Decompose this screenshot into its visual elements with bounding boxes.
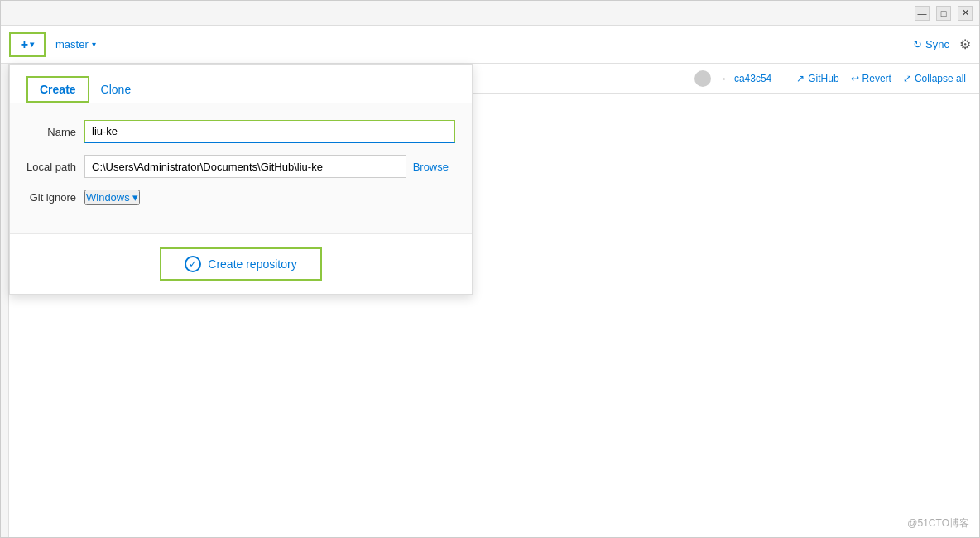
sync-button[interactable]: ↻ Sync [913, 38, 949, 50]
name-row: Name [26, 120, 455, 143]
name-label: Name [26, 126, 84, 138]
plus-icon: + [21, 37, 28, 52]
create-clone-panel: Create Clone Name Local path [9, 64, 473, 295]
github-link-icon: ↗ [796, 73, 805, 84]
minimize-button[interactable]: — [915, 6, 930, 21]
content-area: eplace master branch with page content v… [1, 64, 979, 537]
browse-button[interactable]: Browse [406, 161, 455, 173]
sync-icon: ↻ [913, 38, 922, 50]
name-input[interactable] [84, 120, 455, 143]
titlebar: — □ ✕ [1, 1, 979, 26]
toolbar-right: ↻ Sync ⚙ [913, 36, 971, 52]
commit-hash: ca43c54 [734, 73, 771, 84]
gitignore-chevron-icon: ▾ [132, 191, 138, 204]
collapse-icon: ⤢ [903, 73, 911, 84]
add-chevron-icon: ▾ [30, 40, 34, 49]
create-repository-button[interactable]: ✓ Create repository [160, 247, 321, 281]
toolbar: + ▾ master ▾ ↻ Sync ⚙ [1, 26, 979, 64]
main-content: eplace master branch with page content v… [9, 64, 979, 537]
arrow-icon: → [718, 73, 728, 84]
local-path-row: Local path Browse [26, 155, 455, 178]
local-path-input[interactable] [84, 155, 406, 178]
panel-body: Name Local path Browse Git ignore [10, 103, 472, 233]
panel-footer: ✓ Create repository [10, 233, 472, 294]
panel-tabs: Create Clone [10, 65, 472, 103]
github-button[interactable]: ↗ GitHub [796, 73, 838, 84]
tab-clone[interactable]: Clone [89, 78, 143, 101]
commit-actions: ↗ GitHub ↩ Revert ⤢ Collapse all [796, 73, 966, 84]
branch-button[interactable]: master ▾ [55, 38, 96, 50]
commit-meta: → ca43c54 [694, 70, 771, 87]
avatar [694, 70, 711, 87]
maximize-button[interactable]: □ [936, 6, 951, 21]
branch-chevron-icon: ▾ [92, 40, 96, 49]
add-button[interactable]: + ▾ [9, 32, 46, 57]
git-ignore-row: Git ignore Windows ▾ [26, 190, 455, 205]
local-path-label: Local path [26, 161, 84, 173]
app-window: — □ ✕ + ▾ master ▾ ↻ Sync ⚙ [0, 0, 980, 538]
sidebar [1, 64, 9, 537]
tab-create[interactable]: Create [26, 76, 89, 103]
settings-button[interactable]: ⚙ [959, 36, 971, 52]
watermark: @51CTO博客 [907, 516, 969, 531]
check-circle-icon: ✓ [185, 256, 201, 272]
close-button[interactable]: ✕ [958, 6, 973, 21]
gear-icon: ⚙ [959, 37, 971, 51]
git-ignore-dropdown[interactable]: Windows ▾ [84, 190, 140, 205]
collapse-all-button[interactable]: ⤢ Collapse all [903, 73, 966, 84]
revert-button[interactable]: ↩ Revert [851, 73, 891, 84]
revert-icon: ↩ [851, 73, 859, 84]
git-ignore-label: Git ignore [26, 191, 84, 204]
